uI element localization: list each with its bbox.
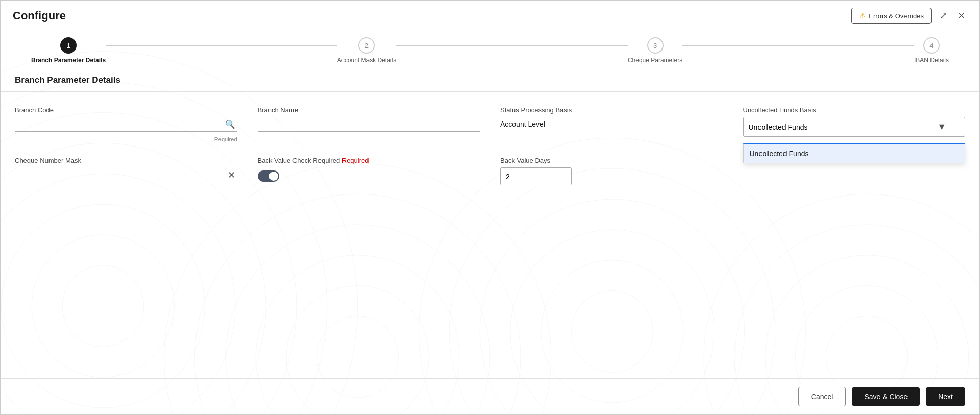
section-title: Branch Parameter Details (1, 68, 979, 92)
cancel-button[interactable]: Cancel (798, 387, 846, 406)
branch-name-input[interactable] (258, 117, 480, 132)
chevron-down-icon: ▼ (937, 121, 946, 132)
errors-overrides-button[interactable]: ⚠ Errors & Overrides (851, 8, 932, 24)
step-label-2: Account Mask Details (337, 57, 396, 64)
form-row-1: Branch Code 🔍 Required Branch Name Statu… (15, 106, 965, 142)
back-value-days-stepper: 2 ▼ ▲ (500, 167, 572, 185)
step-label-3: Cheque Parameters (628, 57, 682, 64)
step-line-3-4 (682, 45, 914, 46)
cheque-number-mask-label: Cheque Number Mask (15, 157, 237, 164)
warning-icon: ⚠ (859, 11, 866, 20)
configure-modal: Configure ⚠ Errors & Overrides ⤢ ✕ 1 Bra… (0, 0, 980, 415)
clear-icon[interactable]: ✕ (228, 169, 235, 181)
branch-code-input-wrapper: 🔍 (15, 117, 237, 132)
status-processing-basis-value: Account Level (500, 117, 723, 131)
step-1: 1 Branch Parameter Details (31, 37, 106, 64)
uncollected-funds-basis-select[interactable]: Uncollected Funds ▼ (743, 117, 966, 137)
step-line-2-3 (396, 45, 628, 46)
search-icon[interactable]: 🔍 (225, 119, 235, 129)
uncollected-funds-basis-selected-value: Uncollected Funds (749, 123, 808, 131)
expand-button[interactable]: ⤢ (938, 8, 949, 23)
uncollected-funds-basis-group: Uncollected Funds Basis Uncollected Fund… (743, 106, 966, 142)
form-area: Branch Code 🔍 Required Branch Name Statu… (1, 92, 979, 378)
back-value-days-group: Back Value Days 2 ▼ ▲ (500, 157, 723, 185)
branch-code-group: Branch Code 🔍 Required (15, 106, 237, 142)
back-value-check-required-label: Back Value Check Required Required (258, 157, 480, 164)
step-label-1: Branch Parameter Details (31, 57, 106, 64)
cheque-number-mask-input[interactable] (15, 167, 237, 182)
branch-code-label: Branch Code (15, 106, 237, 114)
save-close-button[interactable]: Save & Close (852, 387, 920, 406)
status-processing-basis-label: Status Processing Basis (500, 106, 723, 114)
branch-name-group: Branch Name (258, 106, 480, 142)
uncollected-funds-basis-label: Uncollected Funds Basis (743, 106, 966, 114)
step-label-4: IBAN Details (914, 57, 949, 64)
branch-code-input[interactable] (15, 117, 237, 132)
step-3: 3 Cheque Parameters (628, 37, 682, 64)
uncollected-funds-dropdown[interactable]: Uncollected Funds (743, 143, 966, 163)
step-circle-3[interactable]: 3 (647, 37, 664, 54)
branch-code-required: Required (15, 136, 237, 142)
cheque-number-mask-group: Cheque Number Mask ✕ (15, 157, 237, 185)
step-line-1-2 (106, 45, 337, 46)
branch-name-label: Branch Name (258, 106, 480, 114)
required-asterisk: Required (342, 157, 369, 164)
back-value-days-input[interactable]: 2 (501, 168, 572, 185)
close-icon: ✕ (958, 10, 965, 21)
expand-icon: ⤢ (940, 10, 947, 21)
step-2: 2 Account Mask Details (337, 37, 396, 64)
next-button[interactable]: Next (926, 387, 965, 406)
cheque-number-mask-input-wrapper: ✕ (15, 167, 237, 182)
modal-header: Configure ⚠ Errors & Overrides ⤢ ✕ (1, 1, 979, 29)
errors-overrides-label: Errors & Overrides (869, 12, 924, 20)
modal-title: Configure (13, 9, 66, 22)
step-4: 4 IBAN Details (914, 37, 949, 64)
dropdown-option-uncollected-funds[interactable]: Uncollected Funds (744, 144, 965, 163)
step-circle-2[interactable]: 2 (358, 37, 375, 54)
stepper: 1 Branch Parameter Details 2 Account Mas… (1, 29, 979, 68)
header-actions: ⚠ Errors & Overrides ⤢ ✕ (851, 8, 967, 24)
modal-footer: Cancel Save & Close Next (1, 378, 979, 414)
close-button[interactable]: ✕ (955, 8, 967, 23)
step-circle-4[interactable]: 4 (923, 37, 940, 54)
step-circle-1[interactable]: 1 (60, 37, 77, 54)
status-processing-basis-group: Status Processing Basis Account Level (500, 106, 723, 142)
back-value-check-toggle[interactable] (258, 170, 279, 182)
back-value-days-label: Back Value Days (500, 157, 723, 164)
back-value-check-toggle-container (258, 167, 480, 185)
back-value-check-required-group: Back Value Check Required Required (258, 157, 480, 185)
